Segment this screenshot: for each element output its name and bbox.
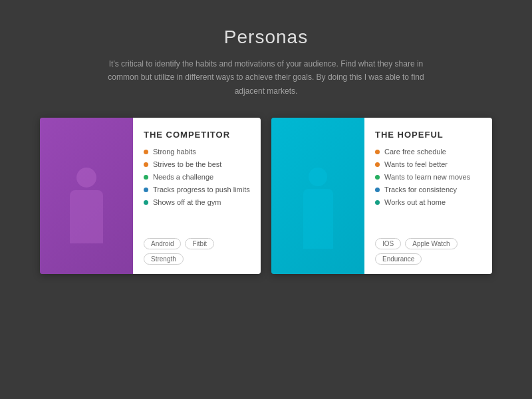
persona-card-competitor: THE COMPETITOR Strong habits Strives to … (40, 118, 261, 274)
trait-text: Wants to learn new moves (384, 173, 470, 181)
trait-text: Needs a challenge (153, 173, 213, 181)
trait-item: Wants to feel better (375, 160, 481, 168)
tag: Fitbit (185, 238, 214, 249)
trait-text: Tracks for consistency (384, 186, 457, 194)
trait-text: Care free schedule (384, 148, 446, 156)
trait-dot (144, 200, 148, 205)
card-content-competitor: THE COMPETITOR Strong habits Strives to … (133, 118, 261, 274)
trait-dot (375, 162, 380, 167)
person-silhouette (291, 168, 344, 274)
trait-item: Care free schedule (375, 148, 481, 156)
card-image-competitor (40, 118, 133, 274)
card-title-hopeful: THE HOPEFUL (375, 130, 481, 140)
tags-row-hopeful: IOS Apple Watch Endurance (375, 238, 481, 265)
trait-item: Shows off at the gym (144, 198, 250, 206)
trait-item: Works out at home (375, 198, 481, 206)
trait-dot (375, 200, 380, 205)
cards-container: THE COMPETITOR Strong habits Strives to … (40, 118, 492, 274)
page-container: Personas It's critical to identify the h… (0, 0, 532, 399)
trait-item: Strives to be the best (144, 160, 250, 168)
tag: Android (144, 238, 181, 249)
page-title: Personas (93, 27, 439, 48)
card-title-competitor: THE COMPETITOR (144, 130, 250, 140)
traits-list-hopeful: Care free schedule Wants to feel better … (375, 148, 481, 231)
trait-text: Wants to feel better (384, 160, 448, 168)
persona-card-hopeful: THE HOPEFUL Care free schedule Wants to … (271, 118, 492, 274)
trait-dot (144, 150, 148, 154)
tag: Strength (144, 253, 184, 265)
trait-text: Strong habits (153, 148, 196, 156)
card-image-hopeful (271, 118, 364, 274)
trait-dot (375, 150, 380, 154)
trait-item: Tracks for consistency (375, 186, 481, 194)
person-silhouette (60, 168, 113, 274)
tag: Apple Watch (405, 238, 457, 249)
tags-row-competitor: Android Fitbit Strength (144, 238, 250, 265)
header-section: Personas It's critical to identify the h… (93, 27, 439, 98)
trait-dot (375, 175, 380, 180)
trait-text: Strives to be the best (153, 160, 221, 168)
traits-list-competitor: Strong habits Strives to be the best Nee… (144, 148, 250, 231)
page-description: It's critical to identify the habits and… (93, 57, 439, 98)
trait-dot (375, 188, 380, 192)
trait-text: Shows off at the gym (153, 198, 221, 206)
tag: Endurance (375, 253, 422, 265)
trait-text: Tracks progress to push limits (153, 186, 250, 194)
trait-item: Wants to learn new moves (375, 173, 481, 181)
tag: IOS (375, 238, 401, 249)
trait-item: Tracks progress to push limits (144, 186, 250, 194)
trait-dot (144, 188, 148, 192)
trait-item: Strong habits (144, 148, 250, 156)
trait-dot (144, 162, 148, 167)
trait-item: Needs a challenge (144, 173, 250, 181)
card-content-hopeful: THE HOPEFUL Care free schedule Wants to … (364, 118, 492, 274)
trait-dot (144, 175, 148, 180)
trait-text: Works out at home (384, 198, 446, 206)
